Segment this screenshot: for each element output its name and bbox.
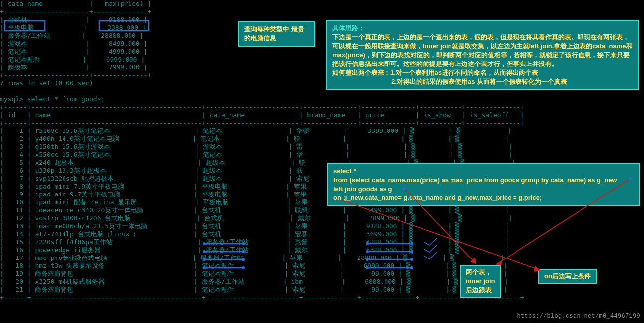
callout-idea-body: 下边是一个真正的表，上边的是一个查出来的表，假的表，但是现在将其看作真的表。即现… — [332, 33, 633, 86]
watermark: https://blog.csdn.net/m0_44967199 — [517, 312, 640, 320]
callout-idea-title: 具体思路： — [332, 24, 633, 33]
callout-idea: 具体思路： 下边是一个真正的表，上边的是一个查出来的表，假的表，但是现在将其看作… — [326, 20, 639, 90]
sql-l1: select * — [333, 167, 634, 176]
sql-l3: left join goods as g — [333, 185, 634, 194]
callout-tip-left-text: 两个表， inner join 后边跟表 — [466, 268, 495, 294]
callout-query-info: 查询每种类型中 最贵的电脑信息 — [238, 21, 315, 47]
callout-sql: select * from (select cata_name,max(pric… — [327, 163, 640, 206]
sql-l2: from (select cata_name,max(price) as max… — [333, 176, 634, 185]
callout-query-info-text: 查询每种类型中 最贵的电脑信息 — [244, 25, 304, 42]
sql-l4: on g_new.cata_name= g.cata_name and g_ne… — [333, 194, 634, 202]
callout-tip-left: 两个表， inner join 后边跟表 — [460, 265, 501, 298]
callout-tip-right-text: on后边写上条件 — [544, 272, 591, 280]
callout-tip-right: on后边写上条件 — [538, 269, 597, 284]
